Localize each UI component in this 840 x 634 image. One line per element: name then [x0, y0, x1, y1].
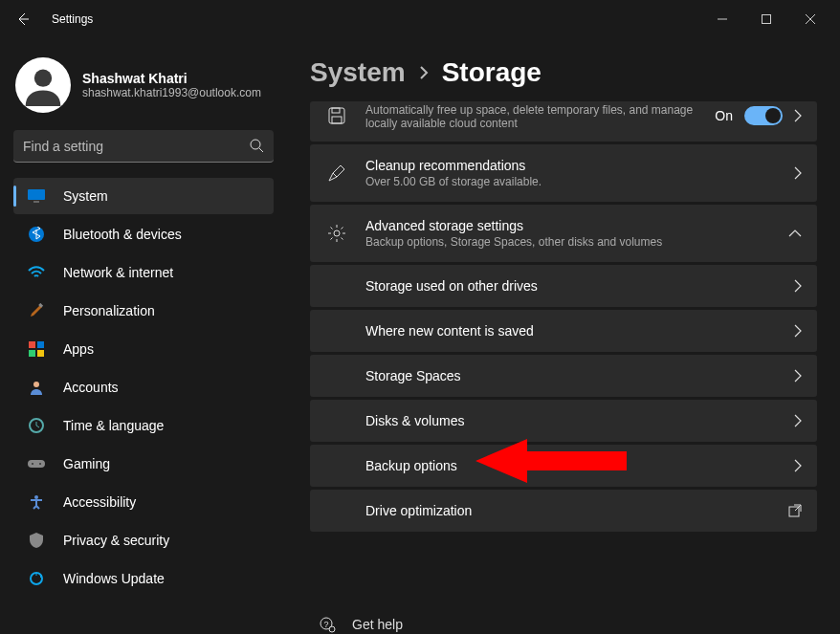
advanced-row[interactable]: Advanced storage settings Backup options… — [310, 205, 817, 262]
svg-point-1 — [34, 70, 52, 87]
row-title: Disks & volumes — [365, 413, 783, 428]
chevron-right-icon — [794, 109, 802, 122]
advanced-title: Advanced storage settings — [365, 218, 777, 233]
chevron-right-icon — [794, 369, 802, 383]
sidebar-item-accounts[interactable]: Accounts — [13, 369, 274, 405]
back-button[interactable] — [8, 4, 38, 34]
sidebar-item-label: Network & internet — [63, 265, 173, 280]
sidebar-item-label: Personalization — [63, 303, 155, 318]
sidebar-item-windows-update[interactable]: Windows Update — [13, 560, 274, 597]
window-title: Settings — [52, 12, 93, 26]
svg-point-11 — [33, 382, 39, 387]
svg-rect-8 — [37, 341, 44, 348]
sidebar-item-bluetooth-devices[interactable]: Bluetooth & devices — [13, 216, 274, 252]
sidebar-item-accessibility[interactable]: Accessibility — [13, 484, 274, 520]
get-help-row[interactable]: ? Get help — [310, 601, 817, 634]
breadcrumb-parent[interactable]: System — [310, 57, 406, 88]
avatar — [15, 57, 71, 113]
svg-point-21 — [334, 230, 340, 236]
close-icon — [806, 14, 815, 24]
svg-point-16 — [34, 495, 38, 499]
sidebar-item-label: Bluetooth & devices — [63, 227, 182, 242]
row-title: Storage used on other drives — [365, 278, 783, 294]
apps-icon — [27, 341, 46, 357]
svg-point-2 — [251, 140, 260, 149]
sidebar-item-gaming[interactable]: Gaming — [13, 446, 274, 482]
sidebar-item-network-internet[interactable]: Network & internet — [13, 254, 274, 291]
toggle-label: On — [715, 108, 733, 123]
svg-rect-9 — [29, 350, 35, 357]
sidebar-item-personalization[interactable]: Personalization — [13, 293, 274, 329]
sidebar-item-label: Apps — [63, 341, 94, 357]
row-title: Storage Spaces — [365, 368, 783, 383]
chevron-right-icon — [794, 459, 802, 472]
breadcrumb-current: Storage — [442, 57, 542, 88]
sidebar-item-privacy-security[interactable]: Privacy & security — [13, 522, 274, 558]
chevron-right-icon — [794, 414, 802, 427]
gear-icon — [325, 222, 348, 245]
chevron-right-icon — [794, 279, 802, 293]
accessibility-icon — [27, 494, 46, 510]
search-input[interactable] — [13, 130, 274, 163]
search-icon — [249, 138, 264, 153]
arrow-left-icon — [15, 11, 31, 27]
user-name: Shashwat Khatri — [82, 71, 261, 86]
svg-rect-13 — [28, 460, 45, 468]
svg-rect-19 — [332, 108, 340, 113]
row-storage-used-on-other-drives[interactable]: Storage used on other drives — [310, 265, 817, 307]
minimize-button[interactable] — [700, 5, 744, 33]
breadcrumb: System Storage — [310, 57, 817, 88]
sidebar-item-label: Windows Update — [63, 571, 165, 586]
wifi-icon — [27, 266, 46, 279]
svg-rect-18 — [329, 108, 344, 123]
open-external-icon — [788, 504, 802, 517]
sidebar-item-system[interactable]: System — [13, 178, 274, 214]
svg-point-15 — [39, 463, 41, 465]
svg-text:?: ? — [323, 620, 328, 629]
row-title: Backup options — [365, 458, 783, 473]
profile-block[interactable]: Shashwat Khatri shashwat.khatri1993@outl… — [15, 57, 274, 113]
svg-rect-10 — [37, 350, 44, 357]
cleanup-row[interactable]: Cleanup recommendations Over 5.00 GB of … — [310, 144, 817, 202]
row-backup-options[interactable]: Backup options — [310, 445, 817, 487]
chevron-right-icon — [794, 166, 802, 180]
close-button[interactable] — [788, 5, 832, 33]
storage-sense-toggle[interactable] — [744, 106, 783, 125]
storage-sense-row[interactable]: Automatically free up space, delete temp… — [310, 101, 817, 142]
shield-icon — [27, 533, 46, 548]
maximize-button[interactable] — [744, 5, 788, 33]
storage-sense-desc: Automatically free up space, delete temp… — [365, 103, 715, 130]
chevron-up-icon — [788, 230, 802, 237]
clock-icon — [27, 418, 46, 433]
sidebar-item-time-language[interactable]: Time & language — [13, 407, 274, 444]
row-title: Where new content is saved — [365, 323, 783, 339]
save-icon — [325, 104, 348, 127]
svg-point-25 — [329, 626, 335, 632]
sidebar-item-label: Privacy & security — [63, 533, 169, 548]
sidebar-item-apps[interactable]: Apps — [13, 331, 274, 367]
chevron-right-icon — [794, 324, 802, 338]
help-icon: ? — [318, 615, 337, 634]
sidebar-item-label: System — [63, 188, 108, 204]
svg-rect-3 — [28, 189, 45, 200]
svg-rect-0 — [763, 15, 771, 24]
row-disks-volumes[interactable]: Disks & volumes — [310, 400, 817, 442]
row-title: Drive optimization — [365, 503, 777, 518]
svg-rect-20 — [332, 117, 342, 123]
sidebar-item-label: Accessibility — [63, 494, 136, 510]
maximize-icon — [762, 14, 771, 24]
person-icon — [22, 64, 64, 106]
row-where-new-content-is-saved[interactable]: Where new content is saved — [310, 310, 817, 352]
advanced-desc: Backup options, Storage Spaces, other di… — [365, 235, 777, 249]
chevron-right-icon — [419, 65, 429, 80]
cleanup-desc: Over 5.00 GB of storage available. — [365, 175, 783, 188]
row-drive-optimization[interactable]: Drive optimization — [310, 490, 817, 532]
get-help-label: Get help — [352, 617, 403, 632]
svg-rect-4 — [33, 201, 39, 203]
user-email: shashwat.khatri1993@outlook.com — [82, 86, 261, 99]
minimize-icon — [718, 14, 727, 24]
gamepad-icon — [27, 458, 46, 470]
cleanup-title: Cleanup recommendations — [365, 158, 783, 173]
row-storage-spaces[interactable]: Storage Spaces — [310, 355, 817, 397]
brush-icon — [27, 303, 46, 318]
